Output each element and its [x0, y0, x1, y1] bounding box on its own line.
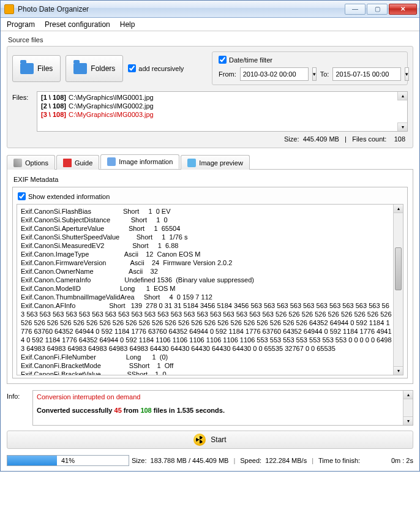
scrollbar[interactable]: ▴ ▾: [403, 391, 413, 425]
to-label: To:: [320, 70, 329, 78]
info-success: Converted successfully 45 from 108 files…: [37, 407, 402, 414]
scroll-up-button[interactable]: ▴: [397, 92, 407, 100]
list-item[interactable]: [2 \ 108] C:\MyGraphics\IMG0002.jpg: [37, 102, 407, 110]
menubar: Program Preset configuration Help: [1, 18, 419, 31]
folders-button[interactable]: Folders: [66, 55, 123, 82]
progress-bar: 41%: [7, 455, 129, 466]
scroll-down-button[interactable]: ▾: [403, 416, 413, 425]
files-button[interactable]: Files: [12, 55, 61, 82]
menu-help[interactable]: Help: [120, 20, 135, 29]
titlebar[interactable]: Photo Date Organizer — ▢ ✕: [1, 1, 419, 18]
show-extended-checkbox[interactable]: Show extended information: [18, 192, 403, 200]
window-title: Photo Date Organizer: [18, 5, 89, 13]
info-interrupted: Conversion interrupted on demand: [37, 393, 402, 401]
list-item[interactable]: [1 \ 108] C:\MyGraphics\IMG0001.jpg: [37, 93, 407, 102]
tab-guide[interactable]: Guide: [56, 155, 99, 170]
scroll-down-button[interactable]: ▾: [397, 122, 407, 131]
status-bar: 41% Size: 183.788 MB / 445.409 MB | Spee…: [7, 454, 413, 467]
app-icon: [4, 4, 14, 14]
exif-title: EXIF Metadata: [13, 176, 408, 183]
files-list-label: Files:: [12, 91, 33, 101]
tab-image-preview[interactable]: Image preview: [181, 155, 250, 170]
scroll-down-button[interactable]: ▾: [394, 366, 403, 375]
info-log[interactable]: Conversion interrupted on demand Convert…: [32, 390, 413, 426]
add-recursively-checkbox[interactable]: add recursively: [128, 64, 184, 72]
scrollbar-thumb[interactable]: [395, 247, 402, 290]
source-panel: Files Folders add recursively Date/time …: [7, 46, 413, 148]
close-button[interactable]: ✕: [389, 4, 417, 15]
folders-icon: [73, 63, 87, 74]
datetime-filter-checkbox[interactable]: Date/time filter: [219, 56, 401, 64]
from-date-input[interactable]: [240, 67, 309, 81]
exif-textarea[interactable]: Exif.CanonSi.FlashBias Short 1 0 EV Exif…: [17, 204, 403, 375]
datetime-filter-panel: Date/time filter From: ▾ To: ▾: [212, 51, 408, 85]
files-summary: Size: 445.409 MB | Files count: 108: [12, 132, 408, 143]
scroll-up-button[interactable]: ▴: [394, 205, 403, 213]
tab-body: EXIF Metadata Show extended information …: [7, 170, 413, 384]
minimize-button[interactable]: —: [345, 4, 366, 15]
info-icon: [107, 157, 116, 166]
tab-options[interactable]: Options: [7, 155, 55, 170]
maximize-button[interactable]: ▢: [367, 4, 388, 15]
from-label: From:: [219, 70, 236, 78]
to-date-input[interactable]: [332, 67, 401, 81]
tab-image-information[interactable]: Image information: [100, 154, 179, 169]
book-icon: [63, 159, 72, 167]
list-item[interactable]: [3 \ 108] C:\MyGraphics\IMG0003.jpg: [37, 110, 407, 119]
nuclear-icon: [193, 434, 206, 446]
wrench-icon: [13, 159, 22, 167]
source-files-label: Source files: [8, 36, 413, 43]
files-icon: [20, 63, 34, 74]
menu-program[interactable]: Program: [7, 20, 35, 29]
info-label: Info:: [7, 390, 28, 426]
start-button[interactable]: Start: [7, 431, 413, 449]
menu-preset[interactable]: Preset configuration: [45, 20, 110, 29]
files-list[interactable]: [1 \ 108] C:\MyGraphics\IMG0001.jpg [2 \…: [37, 91, 408, 132]
from-dropdown-button[interactable]: ▾: [312, 67, 317, 81]
scroll-up-button[interactable]: ▴: [403, 391, 413, 399]
to-dropdown-button[interactable]: ▾: [405, 67, 409, 81]
tabs: Options Guide Image information Image pr…: [7, 154, 413, 170]
scrollbar[interactable]: ▴ ▾: [393, 205, 403, 375]
preview-icon: [187, 159, 196, 167]
